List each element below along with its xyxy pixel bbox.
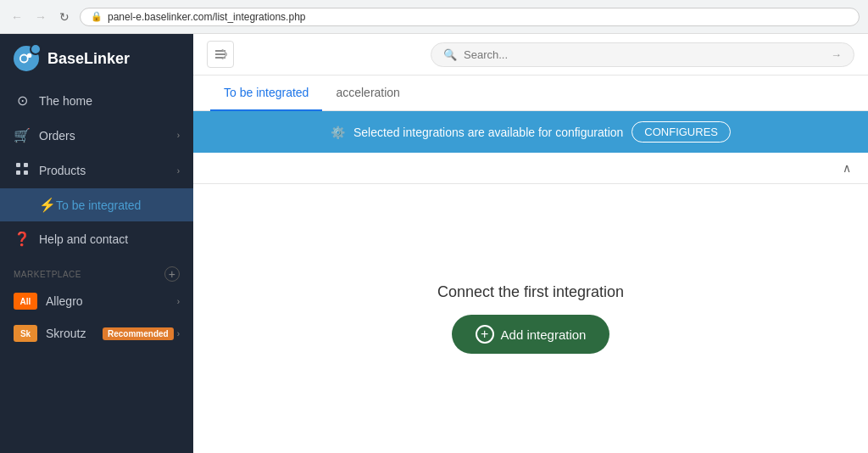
sidebar-item-label-home: The home xyxy=(39,94,92,108)
skroutz-label: Skroutz xyxy=(46,327,86,340)
svg-point-1 xyxy=(27,53,31,58)
main-content: 🔍 → To be integrated acceleration ⚙️ Sel… xyxy=(193,34,868,453)
reload-button[interactable]: ↻ xyxy=(56,8,73,25)
plus-icon: + xyxy=(476,325,494,344)
logo-text: BaseLinker xyxy=(47,50,130,68)
sidebar-item-skroutz[interactable]: Sk Skroutz Recommended › xyxy=(0,317,193,350)
content-area: Connect the first integration + Add inte… xyxy=(193,184,868,453)
recommended-badge: Recommended xyxy=(103,327,174,340)
add-integration-button[interactable]: + Add integration xyxy=(452,315,610,354)
collapse-section-icon: ∧ xyxy=(843,161,851,175)
banner-icon: ⚙️ xyxy=(331,126,345,139)
section-header[interactable]: ∧ xyxy=(193,153,868,184)
sidebar: BaseLinker ⊙ The home 🛒 Orders › xyxy=(0,34,193,453)
empty-state-title: Connect the first integration xyxy=(437,283,624,301)
sidebar-item-to-be-integrated[interactable]: ⚡ To be integrated xyxy=(0,188,193,221)
search-arrow-icon: → xyxy=(831,48,842,61)
address-bar[interactable]: 🔒 panel-e.baselinker.com/list_integratio… xyxy=(80,8,860,26)
home-icon: ⊙ xyxy=(14,92,31,109)
svg-point-0 xyxy=(20,55,28,63)
search-bar[interactable]: 🔍 → xyxy=(431,42,854,67)
sidebar-item-label-integrated: To be integrated xyxy=(56,199,141,212)
info-banner: ⚙️ Selected integrations are available f… xyxy=(193,111,868,153)
integrated-icon: ⚡ xyxy=(39,197,56,213)
search-icon: 🔍 xyxy=(443,48,457,61)
collapse-sidebar-button[interactable] xyxy=(207,41,234,68)
svg-line-9 xyxy=(222,49,227,54)
sidebar-item-label-products: Products xyxy=(39,164,86,177)
tabs-bar: To be integrated acceleration xyxy=(193,76,868,111)
marketplace-label: MARKETPLACE xyxy=(14,270,81,279)
sidebar-item-products[interactable]: Products › xyxy=(0,153,193,188)
svg-line-10 xyxy=(222,54,227,59)
banner-message: Selected integrations are available for … xyxy=(353,126,623,139)
forward-button[interactable]: → xyxy=(32,8,49,25)
products-icon xyxy=(14,162,31,179)
tab-to-be-integrated[interactable]: To be integrated xyxy=(210,76,322,111)
help-icon: ❓ xyxy=(14,231,31,247)
sidebar-item-label-orders: Orders xyxy=(39,129,75,143)
allegro-chevron-icon: › xyxy=(177,297,180,306)
skroutz-badge: Sk xyxy=(14,325,37,342)
app-container: BaseLinker ⊙ The home 🛒 Orders › xyxy=(0,34,868,453)
svg-rect-5 xyxy=(24,171,28,175)
search-input[interactable] xyxy=(464,48,824,61)
skroutz-chevron-icon: › xyxy=(177,329,180,338)
svg-rect-2 xyxy=(16,163,20,167)
add-integration-label: Add integration xyxy=(501,327,587,342)
orders-icon: 🛒 xyxy=(14,127,31,143)
sidebar-item-home[interactable]: ⊙ The home xyxy=(0,83,193,118)
products-chevron-icon: › xyxy=(177,166,180,176)
allegro-badge: All xyxy=(14,293,37,310)
sidebar-item-orders[interactable]: 🛒 Orders › xyxy=(0,118,193,153)
browser-chrome: ← → ↻ 🔒 panel-e.baselinker.com/list_inte… xyxy=(0,0,868,34)
marketplace-section: MARKETPLACE + xyxy=(0,256,193,285)
svg-rect-3 xyxy=(24,163,28,167)
empty-state: Connect the first integration + Add inte… xyxy=(403,249,658,388)
tab-acceleration[interactable]: acceleration xyxy=(322,76,414,111)
topbar: 🔍 → xyxy=(193,34,868,76)
logo[interactable]: BaseLinker xyxy=(0,34,193,83)
orders-chevron-icon: › xyxy=(177,131,180,140)
url-text: panel-e.baselinker.com/list_integrations… xyxy=(108,11,305,23)
allegro-label: Allegro xyxy=(46,294,83,308)
sidebar-item-allegro[interactable]: All Allegro › xyxy=(0,285,193,317)
svg-rect-4 xyxy=(16,171,20,175)
add-marketplace-button[interactable]: + xyxy=(164,266,180,282)
lock-icon: 🔒 xyxy=(91,11,103,22)
sidebar-item-label-help: Help and contact xyxy=(39,232,128,246)
configures-button[interactable]: CONFIGURES xyxy=(632,121,731,143)
logo-icon xyxy=(14,46,39,71)
back-button[interactable]: ← xyxy=(8,8,25,25)
sidebar-item-help[interactable]: ❓ Help and contact xyxy=(0,221,193,256)
